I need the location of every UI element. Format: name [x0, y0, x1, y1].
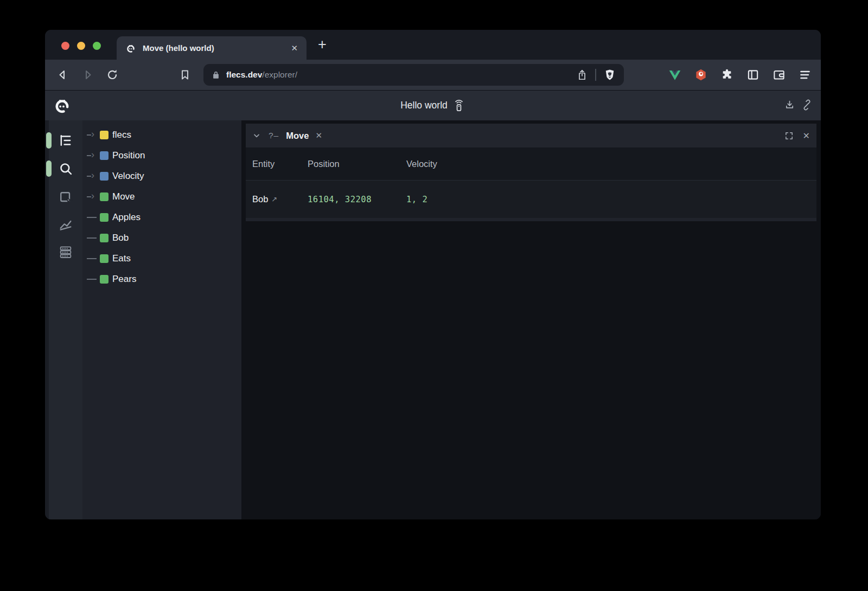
- results-table-header: Entity Position Velocity: [246, 147, 816, 181]
- column-header-entity: Entity: [252, 159, 308, 169]
- hexagon-extension-icon[interactable]: [694, 68, 708, 82]
- tree-item-label: Velocity: [112, 171, 144, 182]
- new-tab-button[interactable]: +: [318, 36, 327, 53]
- icon-sidebar: [49, 120, 82, 519]
- tree-item[interactable]: Position: [82, 145, 241, 166]
- wallet-icon[interactable]: [772, 68, 786, 82]
- tab-close-icon[interactable]: ✕: [291, 43, 298, 53]
- column-header-velocity: Velocity: [406, 159, 816, 169]
- inspector-icon[interactable]: [58, 190, 73, 205]
- forward-icon[interactable]: [81, 68, 94, 81]
- tab-bar: Move (hello world) ✕ +: [45, 30, 821, 60]
- browser-toolbar: flecs.dev/explorer/: [45, 60, 821, 91]
- component-color-swatch: [100, 275, 108, 284]
- tree-item-label: Position: [112, 150, 145, 161]
- chevron-down-icon[interactable]: [252, 131, 261, 140]
- query-panel-footer: [246, 218, 816, 221]
- tree-expand-icon[interactable]: [87, 237, 99, 239]
- tree-item-label: Apples: [112, 212, 141, 223]
- remote-connection-icon[interactable]: [452, 99, 465, 112]
- query-icon: ?–: [269, 131, 279, 140]
- browser-window: Move (hello world) ✕ + flecs.dev/explore…: [45, 30, 821, 519]
- main-canvas: ?– Move ✕ ✕ Entity Position Velocity: [241, 120, 821, 519]
- column-header-position: Position: [308, 159, 406, 169]
- tree-expand-icon[interactable]: [87, 171, 99, 181]
- tree-item-label: Move: [112, 191, 135, 202]
- velocity-value: 1, 2: [406, 195, 816, 204]
- brave-shield-icon[interactable]: [603, 68, 616, 81]
- query-title: Move: [286, 131, 309, 141]
- sidebar-toggle-icon[interactable]: [746, 68, 760, 82]
- share-icon[interactable]: [576, 69, 588, 81]
- stats-chart-icon[interactable]: [58, 216, 73, 231]
- table-row[interactable]: Bob ↗ 16104, 32208 1, 2: [246, 181, 816, 218]
- tree-item-label: Pears: [112, 274, 136, 285]
- bookmark-icon[interactable]: [178, 68, 192, 81]
- reload-icon[interactable]: [106, 68, 119, 81]
- position-value: 16104, 32208: [308, 195, 406, 204]
- traffic-lights: [61, 42, 101, 50]
- component-color-swatch: [100, 192, 108, 201]
- commands-icon[interactable]: [58, 245, 73, 260]
- zoom-window-button[interactable]: [93, 42, 101, 50]
- minimize-window-button[interactable]: [77, 42, 85, 50]
- left-edge-strip: [45, 120, 49, 519]
- tree-item[interactable]: Velocity: [82, 166, 241, 187]
- tab-title: Move (hello world): [143, 43, 214, 53]
- tree-item-label: flecs: [112, 130, 131, 140]
- tree-expand-icon[interactable]: [87, 130, 99, 140]
- tree-item[interactable]: Move: [82, 187, 241, 207]
- tree-expand-icon[interactable]: [87, 217, 99, 218]
- close-panel-icon[interactable]: ✕: [803, 131, 810, 141]
- world-title: Hello world: [400, 100, 448, 111]
- query-panel-header: ?– Move ✕ ✕: [246, 124, 816, 147]
- vue-devtools-icon[interactable]: [668, 68, 682, 82]
- tree-item[interactable]: Apples: [82, 207, 241, 228]
- component-color-swatch: [100, 131, 108, 139]
- search-icon[interactable]: [58, 161, 73, 176]
- download-icon[interactable]: [784, 99, 795, 111]
- menu-icon[interactable]: [798, 68, 812, 82]
- tree-view-icon[interactable]: [58, 133, 73, 148]
- tree-expand-icon[interactable]: [87, 258, 99, 259]
- tree-expand-icon[interactable]: [87, 279, 99, 280]
- tree-expand-icon[interactable]: [87, 192, 99, 202]
- lock-icon: [211, 70, 221, 80]
- browser-tab[interactable]: Move (hello world) ✕: [117, 36, 307, 60]
- address-bar[interactable]: flecs.dev/explorer/: [203, 64, 624, 86]
- copy-link-icon[interactable]: [801, 99, 813, 111]
- component-color-swatch: [100, 172, 108, 181]
- active-indicator-pill: [46, 132, 52, 149]
- tree-item[interactable]: Bob: [82, 228, 241, 248]
- fullscreen-icon[interactable]: [784, 131, 794, 140]
- tab-favicon-flecs-icon: [125, 43, 136, 54]
- toolbar-divider: [595, 69, 596, 81]
- entity-link-icon[interactable]: ↗: [271, 195, 277, 203]
- tree-panel: flecs Position Velocity Move Apples Bob …: [82, 120, 241, 519]
- explorer-content: flecs Position Velocity Move Apples Bob …: [45, 120, 821, 519]
- tree-item[interactable]: flecs: [82, 125, 241, 145]
- tree-item-label: Bob: [112, 233, 129, 243]
- extensions-puzzle-icon[interactable]: [720, 68, 734, 82]
- close-window-button[interactable]: [61, 42, 69, 50]
- query-clear-icon[interactable]: ✕: [315, 131, 322, 140]
- back-icon[interactable]: [56, 68, 69, 81]
- active-indicator-pill: [46, 160, 52, 177]
- entity-cell[interactable]: Bob ↗: [252, 194, 308, 204]
- tree-item[interactable]: Eats: [82, 248, 241, 269]
- url-path: /explorer/: [262, 70, 297, 80]
- url-domain: flecs.dev: [226, 70, 262, 80]
- component-color-swatch: [100, 151, 108, 160]
- query-panel: ?– Move ✕ ✕ Entity Position Velocity: [246, 124, 816, 221]
- explorer-header: Hello world: [45, 91, 821, 120]
- component-color-swatch: [100, 234, 108, 242]
- tree-item-label: Eats: [112, 253, 131, 264]
- tree-item[interactable]: Pears: [82, 269, 241, 290]
- tree-expand-icon[interactable]: [87, 151, 99, 160]
- component-color-swatch: [100, 254, 108, 263]
- entity-name[interactable]: Bob: [252, 194, 268, 204]
- component-color-swatch: [100, 213, 108, 222]
